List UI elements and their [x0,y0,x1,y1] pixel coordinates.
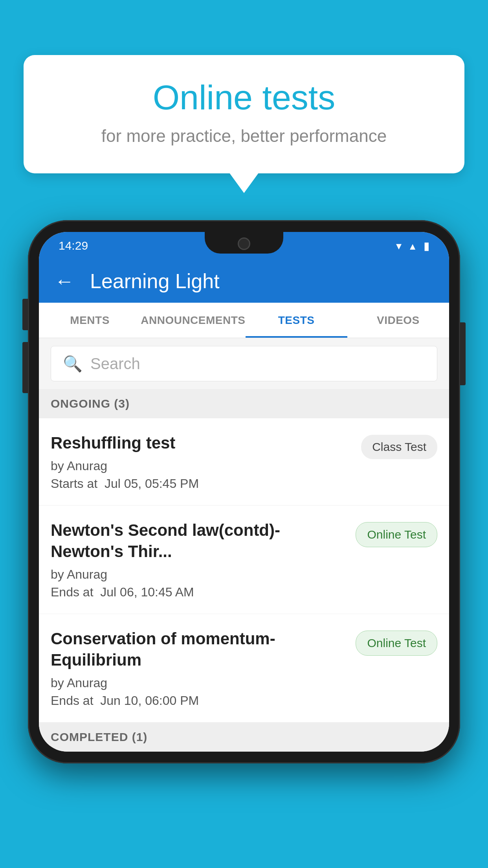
search-container: 🔍 Search [39,338,449,389]
app-bar: ← Learning Light [39,259,449,303]
side-button-volume-up [22,299,28,330]
test-date-1: Ends at Jul 06, 10:45 AM [51,585,348,600]
tab-ments[interactable]: MENTS [39,303,141,338]
test-date-2: Ends at Jun 10, 06:00 PM [51,693,348,708]
test-title-0: Reshuffling test [51,432,353,454]
wifi-icon [396,239,402,252]
search-icon: 🔍 [63,355,83,373]
battery-icon [424,239,429,252]
completed-section-header: COMPLETED (1) [39,723,449,752]
bubble-subtitle: for more practice, better performance [55,126,433,146]
test-title-1: Newton's Second law(contd)-Newton's Thir… [51,520,348,563]
test-date-0: Starts at Jul 05, 05:45 PM [51,476,353,491]
app-bar-title: Learning Light [90,269,220,293]
phone-mockup: 14:29 ← Learning Light MENTS ANNOUNCEMEN… [28,220,460,763]
tabs-bar: MENTS ANNOUNCEMENTS TESTS VIDEOS [39,303,449,338]
side-button-power [460,322,466,385]
signal-icon [408,239,417,252]
phone-notch [205,232,283,254]
test-title-2: Conservation of momentum-Equilibrium [51,628,348,671]
test-list: Reshuffling test by Anurag Starts at Jul… [39,418,449,723]
search-box[interactable]: 🔍 Search [51,346,437,381]
search-input[interactable]: Search [90,355,140,373]
test-info-2: Conservation of momentum-Equilibrium by … [51,628,348,708]
ongoing-section-header: ONGOING (3) [39,389,449,418]
test-info-1: Newton's Second law(contd)-Newton's Thir… [51,520,348,600]
bubble-title: Online tests [55,79,433,117]
test-author-1: by Anurag [51,567,348,582]
test-info-0: Reshuffling test by Anurag Starts at Jul… [51,432,353,491]
tab-announcements[interactable]: ANNOUNCEMENTS [141,303,245,338]
phone-outer: 14:29 ← Learning Light MENTS ANNOUNCEMEN… [28,220,460,763]
phone-screen: 14:29 ← Learning Light MENTS ANNOUNCEMEN… [39,232,449,752]
test-item-1[interactable]: Newton's Second law(contd)-Newton's Thir… [39,506,449,614]
test-item-0[interactable]: Reshuffling test by Anurag Starts at Jul… [39,418,449,506]
tab-videos[interactable]: VIDEOS [347,303,449,338]
tab-tests[interactable]: TESTS [246,303,347,338]
side-button-volume-down [22,342,28,393]
test-item-2[interactable]: Conservation of momentum-Equilibrium by … [39,614,449,723]
test-author-2: by Anurag [51,676,348,690]
status-time: 14:29 [59,239,88,252]
test-author-0: by Anurag [51,459,353,473]
status-icons [396,239,429,252]
test-badge-2: Online Test [356,631,437,656]
test-badge-0: Class Test [361,435,437,459]
back-button[interactable]: ← [55,270,74,292]
phone-camera [238,237,250,250]
test-badge-1: Online Test [356,522,437,547]
speech-bubble: Online tests for more practice, better p… [24,55,464,173]
